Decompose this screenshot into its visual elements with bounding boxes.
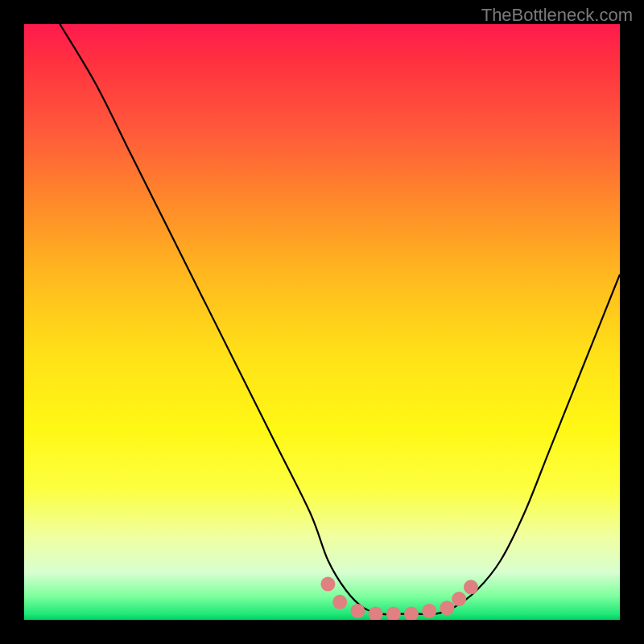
marker-dot <box>422 604 436 618</box>
marker-dot <box>440 601 454 615</box>
watermark-text: TheBottleneck.com <box>481 5 633 26</box>
marker-dot <box>464 580 478 594</box>
chart-svg <box>24 24 620 620</box>
marker-dot <box>386 607 401 620</box>
marker-dot <box>320 577 335 592</box>
marker-dot <box>452 592 466 606</box>
highlight-markers <box>320 577 478 620</box>
marker-dot <box>404 607 419 620</box>
marker-dot <box>350 604 365 618</box>
marker-dot <box>332 595 347 609</box>
plot-area <box>24 24 620 620</box>
marker-dot <box>369 607 383 620</box>
bottleneck-curve-line <box>60 24 620 614</box>
